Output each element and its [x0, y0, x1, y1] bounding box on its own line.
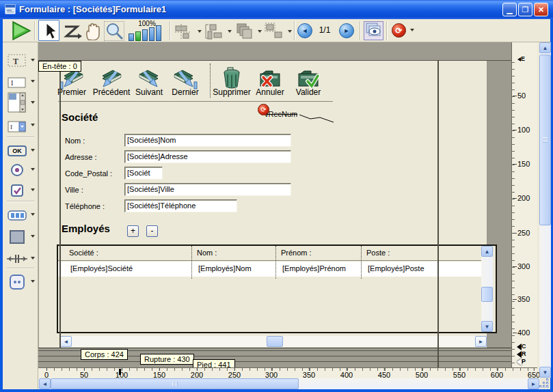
chevron-down-icon[interactable] — [31, 101, 35, 106]
column-divider[interactable] — [361, 246, 362, 279]
scroll-up-icon[interactable]: ▲ — [539, 42, 551, 53]
code-postal-label[interactable]: Code_Postal : — [65, 169, 112, 178]
adresse-label[interactable]: Adresse : — [65, 153, 96, 161]
record-number-icon[interactable]: ⟳ — [258, 104, 269, 115]
corps-band-label[interactable]: Corps : 424 — [81, 349, 128, 360]
chevron-down-icon[interactable] — [31, 213, 35, 218]
zoom-bar[interactable] — [156, 25, 161, 41]
code-postal-field[interactable]: [Sociét — [124, 167, 163, 180]
cell-societe[interactable]: [Employés]Société — [70, 264, 133, 272]
alignment-menu-button[interactable] — [174, 23, 202, 40]
employes-section-title[interactable]: Employés — [62, 223, 110, 234]
maximize-button[interactable]: ❐ — [518, 3, 532, 16]
cell-prenom[interactable]: [Employés]Prénom — [282, 264, 346, 272]
scroll-up-icon[interactable]: ▲ — [481, 246, 493, 257]
list-box-tool[interactable] — [5, 92, 29, 113]
scroll-down-icon[interactable]: ▼ — [539, 367, 551, 378]
scroll-left-icon[interactable]: ◄ — [60, 336, 72, 347]
pied-band-marker[interactable]: P — [513, 359, 526, 365]
annuler-button-label[interactable]: Annuler — [248, 87, 292, 97]
size-menu-button[interactable] — [265, 23, 292, 40]
chevron-down-icon[interactable] — [31, 80, 35, 85]
record-number-menu-button[interactable]: ⟳ — [392, 23, 406, 38]
minimize-button[interactable]: ▁ — [502, 3, 517, 16]
premier-button-label[interactable]: Premier — [50, 87, 94, 97]
column-divider[interactable] — [191, 246, 192, 279]
annuler-icon[interactable] — [257, 67, 283, 90]
remove-row-button[interactable]: - — [146, 225, 158, 237]
form-hscroll-thumb[interactable] — [267, 336, 283, 347]
separator-line-control[interactable] — [58, 101, 333, 102]
zoom-tool-button[interactable] — [105, 22, 124, 40]
societe-section-title[interactable]: Société — [62, 111, 98, 123]
zoom-bar[interactable] — [142, 29, 148, 41]
socket-control-tool[interactable] — [5, 273, 29, 291]
zoom-bar-control[interactable] — [129, 25, 164, 41]
design-canvas[interactable]: En-tête : 0 — [38, 42, 511, 348]
chevron-down-icon[interactable] — [31, 168, 35, 173]
pied-band-label[interactable]: Pied : 441 — [193, 359, 235, 367]
position-menu-button[interactable] — [204, 23, 232, 40]
rupture-band-label[interactable]: Rupture : 430 — [140, 354, 194, 365]
scroll-right-icon[interactable]: ► — [528, 378, 539, 389]
chevron-down-icon[interactable] — [31, 149, 35, 154]
progress-bar-tool[interactable] — [5, 206, 29, 224]
next-page-button[interactable]: ► — [339, 23, 354, 38]
table-row[interactable]: [Employés]Société [Employés]Nom [Employé… — [58, 262, 481, 277]
zoom-bar[interactable] — [129, 33, 134, 41]
telephone-field[interactable]: [Sociétés]Téléphone — [124, 199, 237, 212]
checkbox-tool[interactable] — [5, 182, 29, 199]
recnum-annotation[interactable]: vRecNum — [265, 110, 297, 118]
table-scroll-thumb[interactable] — [481, 287, 493, 302]
chevron-down-icon[interactable] — [31, 280, 35, 285]
nom-label[interactable]: Nom : — [65, 137, 85, 145]
window-vscroll-thumb[interactable] — [539, 55, 551, 225]
col-header-nom[interactable]: Nom : — [197, 249, 217, 257]
header-band-marker[interactable]: E — [515, 56, 525, 62]
table-header-row[interactable]: Société : Nom : Prénom : Poste : — [58, 246, 481, 261]
column-divider[interactable] — [275, 246, 276, 279]
chevron-down-icon[interactable] — [31, 124, 35, 128]
select-tool-button[interactable] — [38, 20, 59, 41]
band-line[interactable] — [38, 361, 511, 362]
nom-field[interactable]: [Sociétés]Nom — [124, 134, 291, 147]
titlebar[interactable]: Formulaire : [Sociétés]Formulaire1 ▁ ❐ ✕ — [0, 0, 553, 19]
col-header-poste[interactable]: Poste : — [366, 249, 390, 257]
employes-table[interactable]: Société : Nom : Prénom : Poste : [Employ… — [57, 244, 497, 333]
window-hscrollbar[interactable]: ◄ ► — [38, 378, 540, 389]
form-hscrollbar[interactable]: ◄ ► — [60, 336, 487, 347]
pan-hand-tool-button[interactable] — [83, 22, 102, 40]
cell-poste[interactable]: [Employés]Poste — [368, 264, 424, 272]
combo-box-tool[interactable]: I — [5, 117, 29, 135]
splitter-tool[interactable] — [5, 250, 29, 268]
tab-order-tool-button[interactable] — [62, 23, 82, 40]
chevron-down-icon[interactable] — [31, 188, 35, 193]
ville-field[interactable]: [Sociétés]Ville — [124, 183, 291, 196]
edit-field-tool[interactable]: I — [5, 74, 29, 92]
scroll-left-icon[interactable]: ◄ — [39, 378, 51, 389]
supprimer-icon[interactable] — [219, 66, 245, 89]
scroll-right-icon[interactable]: ► — [475, 336, 487, 347]
shape-tool[interactable] — [5, 228, 29, 246]
run-test-button[interactable] — [11, 21, 31, 40]
header-band-label[interactable]: En-tête : 0 — [38, 61, 81, 72]
valider-button-label[interactable]: Valider — [286, 87, 330, 97]
telephone-label[interactable]: Téléphone : — [65, 202, 105, 210]
previous-page-button[interactable]: ◄ — [297, 23, 312, 38]
ville-label[interactable]: Ville : — [65, 186, 83, 194]
zoom-bar[interactable] — [149, 27, 154, 41]
layers-menu-button[interactable] — [234, 23, 262, 40]
chevron-down-icon[interactable] — [31, 59, 35, 64]
zoom-bar-current[interactable] — [135, 31, 141, 41]
table-scrollbar[interactable]: ▲ ▼ — [481, 246, 493, 332]
adresse-field[interactable]: [Sociétés]Adresse — [124, 150, 291, 163]
window-vscrollbar[interactable]: ▲ ▼ — [539, 42, 551, 378]
rupture-band-marker[interactable]: R — [513, 351, 526, 358]
col-header-prenom[interactable]: Prénom : — [281, 249, 312, 257]
dernier-button-label[interactable]: Dernier — [163, 87, 207, 97]
static-text-tool[interactable]: T — [5, 52, 29, 70]
valider-icon[interactable] — [295, 67, 321, 90]
col-header-societe[interactable]: Société : — [69, 249, 98, 257]
resize-grip[interactable] — [540, 380, 551, 389]
close-button[interactable]: ✕ — [534, 3, 548, 16]
